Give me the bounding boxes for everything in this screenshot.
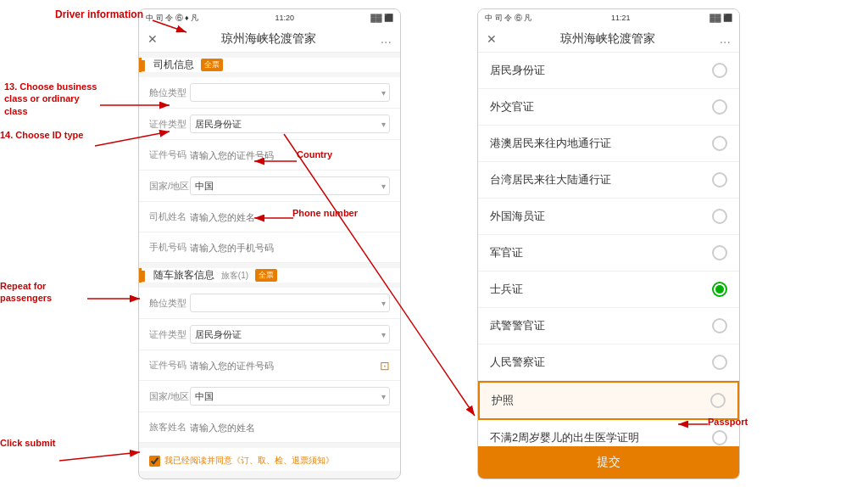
id-type-item-4[interactable]: 外国海员证 <box>478 199 739 235</box>
close-icon-left[interactable]: ✕ <box>147 32 158 46</box>
p-idtype-select[interactable]: 居民身份证 <box>190 325 390 344</box>
agreement-row: 我已经阅读并同意《订、取、检、退票须知》 <box>139 448 400 471</box>
svg-line-7 <box>59 452 140 461</box>
status-right-right: ▓▓ ⬛ <box>709 14 732 22</box>
idtype-select[interactable]: 居民身份证 <box>190 115 390 133</box>
phone-header-left: ✕ 琼州海峡轮渡管家 ... <box>139 26 400 53</box>
id-type-label-7: 武警警官证 <box>490 318 545 333</box>
phone-right: 中 司 令 ⑥ 凡 11:21 ▓▓ ⬛ ✕ 琼州海峡轮渡管家 ... 居民身份… <box>477 8 740 479</box>
select-idtype[interactable]: 居民身份证 <box>190 115 390 133</box>
label-p-name: 旅客姓名 <box>149 421 190 434</box>
radio-6[interactable] <box>712 282 727 297</box>
cabin-select[interactable] <box>190 83 390 102</box>
label-p-idtype: 证件类型 <box>149 328 190 341</box>
annotation-country: Country <box>297 148 332 160</box>
radio-8[interactable] <box>712 355 727 370</box>
form-row-idtype: 证件类型 居民身份证 <box>139 109 400 140</box>
id-type-label-1: 外交官证 <box>490 99 534 115</box>
id-type-label-5: 军官证 <box>490 245 523 260</box>
phone-header-right: ✕ 琼州海峡轮渡管家 ... <box>478 26 739 53</box>
idnum-input[interactable] <box>190 150 390 160</box>
annotation-click: Click submit <box>0 437 59 449</box>
radio-1[interactable] <box>712 99 727 115</box>
form-row-p-idtype: 证件类型 居民身份证 <box>139 319 400 350</box>
header-title-left: 琼州海峡轮渡管家 <box>221 31 316 47</box>
label-idtype: 证件类型 <box>149 118 190 131</box>
radio-3[interactable] <box>712 172 727 188</box>
form-row-p-country: 国家/地区 中国 <box>139 381 400 412</box>
label-p-cabin: 舱位类型 <box>149 297 190 310</box>
status-left-icons: 中 司 令 ⑥ ♦ 凡 <box>146 13 198 24</box>
id-type-item-7[interactable]: 武警警官证 <box>478 308 739 344</box>
select-p-idtype[interactable]: 居民身份证 <box>190 325 390 344</box>
id-type-label-0: 居民身份证 <box>490 63 545 78</box>
radio-0[interactable] <box>712 63 727 78</box>
select-cabin[interactable] <box>190 83 390 102</box>
id-type-item-1[interactable]: 外交官证 <box>478 89 739 126</box>
radio-5[interactable] <box>712 245 727 260</box>
select-p-country[interactable]: 中国 <box>190 387 390 406</box>
driver-form-card: 舱位类型 证件类型 居民身份证 证件号码 国家/地区 中 <box>139 77 400 263</box>
id-type-item-9[interactable]: 护照 <box>478 381 739 420</box>
form-row-p-cabin: 舱位类型 <box>139 288 400 319</box>
select-p-cabin[interactable] <box>190 294 390 312</box>
phone-body-left: ▌ 司机信息 全票 舱位类型 证件类型 居民身份证 证件号码 <box>139 53 400 471</box>
menu-icon-left[interactable]: ... <box>381 31 392 47</box>
phone-input[interactable] <box>190 243 390 253</box>
menu-icon-right[interactable]: ... <box>720 31 731 47</box>
label-country: 国家/地区 <box>149 180 190 193</box>
id-type-label-3: 台湾居民来往大陆通行证 <box>490 172 611 188</box>
label-cabin: 舱位类型 <box>149 87 190 99</box>
agreement-checkbox[interactable] <box>149 456 160 467</box>
annotation-repeat: Repeat for passengers <box>0 280 85 305</box>
radio-2[interactable] <box>712 136 727 151</box>
status-bar-right: 中 司 令 ⑥ 凡 11:21 ▓▓ ⬛ <box>478 9 739 26</box>
passenger-badge2: 全票 <box>255 269 277 282</box>
label-p-idnum: 证件号码 <box>149 359 190 372</box>
id-type-item-0[interactable]: 居民身份证 <box>478 53 739 89</box>
form-row-phone: 手机号码 <box>139 232 400 263</box>
p-idnum-input[interactable] <box>190 361 380 371</box>
header-title-right: 琼州海峡轮渡管家 <box>560 31 655 47</box>
id-type-item-3[interactable]: 台湾居民来往大陆通行证 <box>478 162 739 199</box>
radio-7[interactable] <box>712 318 727 333</box>
scan-icon[interactable]: ⊡ <box>380 359 390 372</box>
p-country-select[interactable]: 中国 <box>190 387 390 406</box>
status-right-time: 11:21 <box>611 14 631 22</box>
drivername-input[interactable] <box>190 212 390 222</box>
radio-10[interactable] <box>712 430 727 445</box>
passenger-badge: 旅客(1) <box>221 270 248 282</box>
id-type-label-10: 不满2周岁婴儿的出生医学证明 <box>490 430 639 445</box>
p-cabin-select[interactable] <box>190 294 390 312</box>
status-bar-left: 中 司 令 ⑥ ♦ 凡 11:20 ▓▓ ⬛ <box>139 9 400 26</box>
status-left-right: ▓▓ ⬛ <box>370 14 393 22</box>
country-select[interactable]: 中国 <box>190 176 390 195</box>
radio-4[interactable] <box>712 209 727 224</box>
label-drivername: 司机姓名 <box>149 210 190 223</box>
id-type-label-8: 人民警察证 <box>490 355 545 370</box>
p-name-input[interactable] <box>190 423 390 433</box>
driver-section-title: 司机信息 <box>153 58 194 72</box>
form-row-country: 国家/地区 中国 <box>139 171 400 202</box>
form-row-idnum: 证件号码 <box>139 140 400 171</box>
id-type-item-5[interactable]: 军官证 <box>478 235 739 271</box>
annotation-phone-num: Phone number <box>292 207 358 219</box>
annotation-13: 13. Choose business class or ordinary cl… <box>4 81 102 117</box>
select-country[interactable]: 中国 <box>190 176 390 195</box>
driver-badge: 全票 <box>201 59 223 71</box>
passenger-section-title: 随车旅客信息 <box>153 268 214 283</box>
id-type-item-2[interactable]: 港澳居民来往内地通行证 <box>478 126 739 162</box>
annotation-driver: Driver information <box>55 8 143 22</box>
id-type-label-6: 士兵证 <box>490 282 523 297</box>
close-icon-right[interactable]: ✕ <box>487 32 497 46</box>
id-type-list: 居民身份证 外交官证 港澳居民来往内地通行证 台湾居民来往大陆通行证 外国海员证… <box>478 53 739 456</box>
submit-button-right[interactable]: 提交 <box>478 446 739 479</box>
passenger-form-card: 舱位类型 证件类型 居民身份证 证件号码 ⊡ 国家/地区 <box>139 288 400 443</box>
status-left-time: 11:20 <box>275 14 294 22</box>
id-type-item-8[interactable]: 人民警察证 <box>478 344 739 381</box>
id-type-item-6[interactable]: 士兵证 <box>478 271 739 308</box>
form-row-drivername: 司机姓名 <box>139 202 400 232</box>
form-row-cabin: 舱位类型 <box>139 77 400 109</box>
id-type-label-4: 外国海员证 <box>490 209 545 224</box>
radio-9[interactable] <box>710 393 726 408</box>
